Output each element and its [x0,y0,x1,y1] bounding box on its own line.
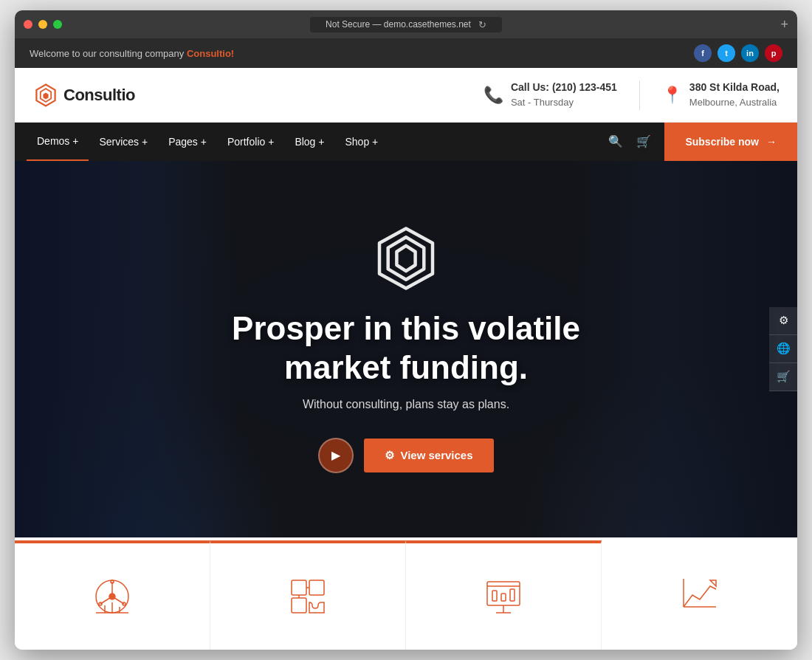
browser-window: Not Secure — demo.casethemes.net ↻ + Wel… [15,10,797,650]
announcement-text: Welcome to our consulting company Consul… [30,48,234,59]
announcement-bar: Welcome to our consulting company Consul… [15,38,797,68]
nav-item-shop[interactable]: Shop + [334,123,388,161]
subscribe-label: Subscribe now [685,136,759,148]
service-card-presentation [406,540,602,650]
growth-icon [676,570,723,617]
url-bar[interactable]: Not Secure — demo.casethemes.net ↻ [310,17,502,32]
gear-icon: ⚙ [385,449,394,462]
arrow-icon: → [766,136,777,148]
hero-content: Prosper in this volatile market funding.… [15,161,797,537]
pinterest-icon[interactable]: p [765,44,782,62]
site-header: Consultio 📞 Call Us: (210) 123-451 Sat -… [15,68,797,123]
phone-contact: 📞 Call Us: (210) 123-451 Sat - Thursday [484,80,617,110]
social-icons: f t in p [694,44,782,62]
close-button[interactable] [24,20,32,29]
minimize-button[interactable] [38,20,47,29]
play-button[interactable]: ▶ [318,438,354,473]
svg-rect-19 [501,594,506,601]
cart-button[interactable]: 🛒 [630,123,657,161]
cart-tool[interactable]: 🛒 [769,363,797,391]
refresh-icon[interactable]: ↻ [478,19,486,30]
divider [639,80,640,110]
nav-item-services[interactable]: Services + [89,123,158,161]
nav-item-portfolio[interactable]: Portfolio + [217,123,284,161]
svg-point-1 [109,594,115,599]
svg-rect-9 [292,580,306,595]
address-contact: 📍 380 St Kilda Road, Melbourne, Australi… [662,80,780,110]
svg-rect-11 [292,598,306,613]
twitter-icon[interactable]: t [718,44,735,62]
svg-marker-23 [710,580,716,586]
side-tools: ⚙ 🌐 🛒 [769,307,797,391]
linkedin-icon[interactable]: in [741,44,759,62]
language-tool[interactable]: 🌐 [769,335,797,363]
svg-rect-10 [309,580,324,595]
location-icon: 📍 [662,86,682,105]
logo-icon [32,82,59,109]
nav-items: Demos + Services + Pages + Portfolio + B… [15,123,595,161]
puzzle-icon [284,573,331,620]
browser-chrome: Not Secure — demo.casethemes.net ↻ + [15,10,797,38]
search-button[interactable]: 🔍 [602,123,629,161]
view-services-button[interactable]: ⚙ View services [364,439,493,472]
new-tab-button[interactable]: + [780,17,788,32]
main-nav: Demos + Services + Pages + Portfolio + B… [15,123,797,161]
hero-logo-icon [373,225,439,292]
subscribe-button[interactable]: Subscribe now → [664,123,797,161]
hero-section: Prosper in this volatile market funding.… [15,161,797,537]
nav-item-blog[interactable]: Blog + [284,123,334,161]
maximize-button[interactable] [53,20,62,29]
hero-title: Prosper in this volatile market funding. [185,309,627,388]
settings-tool[interactable]: ⚙ [769,307,797,335]
hero-buttons: ▶ ⚙ View services [318,438,493,473]
facebook-icon[interactable]: f [694,44,712,62]
play-icon: ▶ [331,448,340,462]
logo-area[interactable]: Consultio [32,82,135,109]
svg-rect-20 [510,589,515,601]
phone-text: Call Us: (210) 123-451 Sat - Thursday [511,80,617,110]
svg-rect-18 [492,591,497,601]
brand-name: Consultio! [187,48,234,59]
view-services-label: View services [400,449,472,461]
phone-icon: 📞 [484,86,503,105]
address-text: 380 St Kilda Road, Melbourne, Australia [689,80,780,110]
header-contact: 📞 Call Us: (210) 123-451 Sat - Thursday … [484,80,780,110]
announcement-prefix: Welcome to our consulting company [30,48,187,59]
service-card-analytics [15,540,210,650]
analytics-icon [89,573,136,620]
nav-item-demos[interactable]: Demos + [27,123,89,161]
service-card-growth [602,540,797,650]
presentation-icon [480,573,527,620]
url-text: Not Secure — demo.casethemes.net [326,19,471,30]
service-card-strategy [210,540,406,650]
hero-subtitle: Without consulting, plans stay as plans. [303,398,509,411]
nav-item-pages[interactable]: Pages + [158,123,217,161]
logo-text: Consultio [63,86,135,105]
nav-icons: 🔍 🛒 [595,123,664,161]
services-strip [15,537,797,650]
